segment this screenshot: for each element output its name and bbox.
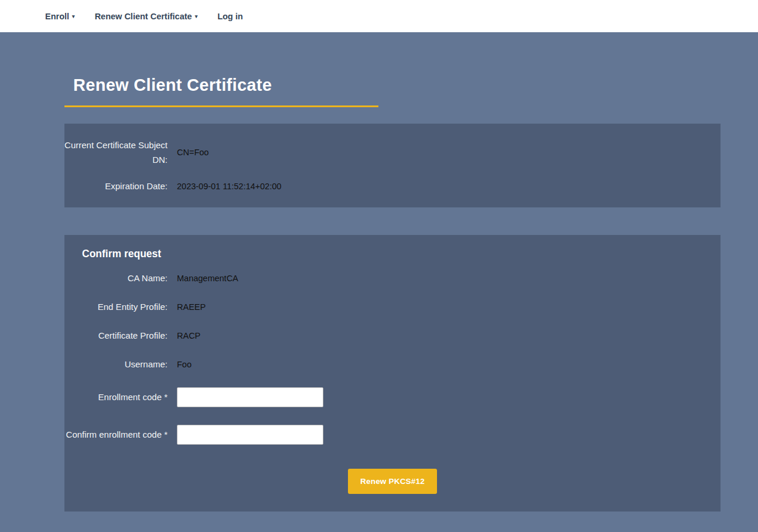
confirm-enrollment-code-row: Confirm enrollment code * xyxy=(64,416,721,453)
expiration-date-label: Expiration Date: xyxy=(64,179,168,194)
ca-name-row: CA Name: ManagementCA xyxy=(64,264,721,292)
subject-dn-value: CN=Foo xyxy=(177,148,721,157)
confirm-enrollment-code-label: Confirm enrollment code * xyxy=(64,427,168,442)
subject-dn-row: Current Certificate Subject DN: CN=Foo xyxy=(64,133,721,172)
username-value: Foo xyxy=(177,360,721,369)
username-row: Username: Foo xyxy=(64,350,721,378)
confirm-enrollment-code-input[interactable] xyxy=(177,425,323,445)
nav-login[interactable]: Log in xyxy=(207,0,253,32)
renew-pkcs12-button[interactable]: Renew PKCS#12 xyxy=(348,469,437,494)
ca-name-label: CA Name: xyxy=(64,271,168,286)
enrollment-code-label: Enrollment code * xyxy=(64,390,168,405)
confirm-request-panel: Confirm request CA Name: ManagementCA En… xyxy=(64,235,721,511)
enrollment-code-input[interactable] xyxy=(177,387,323,407)
nav-login-label: Log in xyxy=(217,12,243,21)
end-entity-profile-label: End Entity Profile: xyxy=(64,299,168,315)
chevron-down-icon: ▾ xyxy=(72,14,75,19)
confirm-enrollment-code-input-wrap xyxy=(177,425,721,445)
expiration-date-value: 2023-09-01 11:52:14+02:00 xyxy=(177,182,721,191)
ca-name-value: ManagementCA xyxy=(177,274,721,283)
button-row: Renew PKCS#12 xyxy=(64,469,721,494)
subject-dn-label: Current Certificate Subject DN: xyxy=(64,138,168,168)
nav-renew-label: Renew Client Certificate xyxy=(95,12,192,21)
page-title: Renew Client Certificate xyxy=(64,76,378,95)
certificate-profile-label: Certificate Profile: xyxy=(64,328,168,343)
certificate-info-panel: Current Certificate Subject DN: CN=Foo E… xyxy=(64,124,721,207)
certificate-profile-row: Certificate Profile: RACP xyxy=(64,321,721,350)
end-entity-profile-value: RAEEP xyxy=(177,302,721,312)
enrollment-code-input-wrap xyxy=(177,387,721,407)
main-content: Renew Client Certificate Current Certifi… xyxy=(64,76,721,511)
certificate-profile-value: RACP xyxy=(177,331,721,340)
expiration-date-row: Expiration Date: 2023-09-01 11:52:14+02:… xyxy=(64,172,721,200)
confirm-request-heading: Confirm request xyxy=(64,248,721,260)
enrollment-code-row: Enrollment code * xyxy=(64,378,721,416)
nav-enroll[interactable]: Enroll ▾ xyxy=(35,0,85,32)
nav-renew-client-certificate[interactable]: Renew Client Certificate ▾ xyxy=(85,0,208,32)
top-navbar: Enroll ▾ Renew Client Certificate ▾ Log … xyxy=(0,0,758,32)
page-title-underline: Renew Client Certificate xyxy=(64,76,378,107)
chevron-down-icon: ▾ xyxy=(195,14,198,19)
username-label: Username: xyxy=(64,357,168,372)
nav-enroll-label: Enroll xyxy=(45,12,69,21)
end-entity-profile-row: End Entity Profile: RAEEP xyxy=(64,292,721,321)
